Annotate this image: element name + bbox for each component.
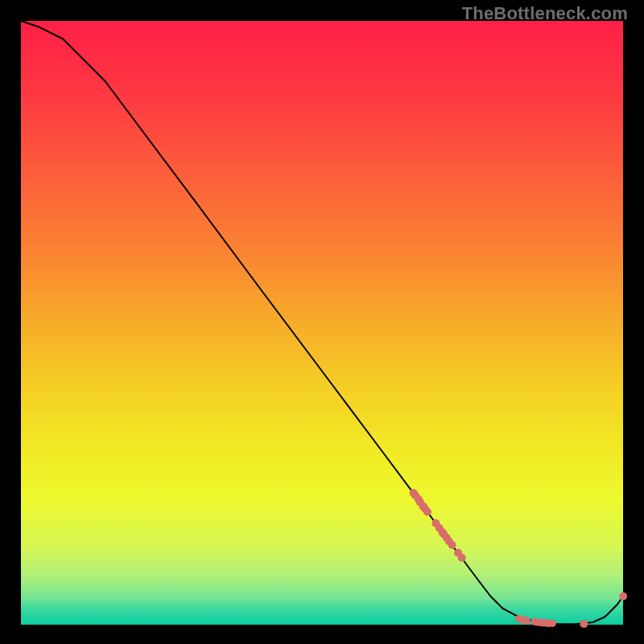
data-point	[549, 620, 556, 627]
data-point	[580, 620, 588, 628]
data-point	[448, 541, 456, 549]
data-point	[458, 554, 466, 562]
data-point	[619, 592, 627, 601]
plot-background	[21, 21, 623, 625]
watermark-text: TheBottleneck.com	[462, 3, 628, 24]
chart-svg	[0, 0, 644, 644]
chart-root: TheBottleneck.com	[0, 0, 644, 644]
data-point	[523, 617, 530, 625]
data-point	[423, 508, 431, 516]
